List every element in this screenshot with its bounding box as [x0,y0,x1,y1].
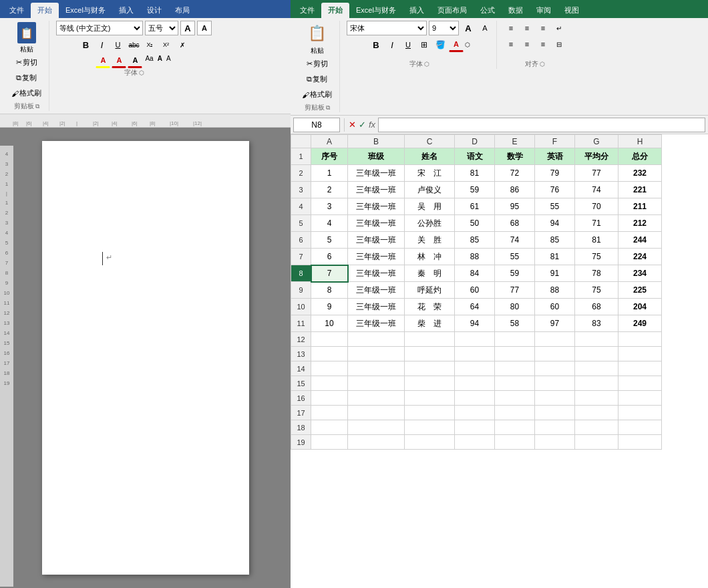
word-italic-button[interactable]: I [95,37,110,52]
excel-underline-button[interactable]: U [401,37,415,52]
cell-F8[interactable]: 91 [535,265,575,282]
cell-B9[interactable]: 三年级一班 [348,282,405,299]
cell-D8[interactable]: 84 [455,265,495,282]
col-header-F[interactable]: F [535,135,575,148]
word-bold-button[interactable]: B [79,37,94,52]
cell-B7[interactable]: 三年级一班 [348,249,405,265]
cell-B10[interactable]: 三年级一班 [348,299,405,315]
excel-fill-button[interactable]: 🪣 [433,37,448,52]
cell-B11[interactable]: 三年级一班 [348,315,405,332]
excel-font-name-select[interactable]: 宋体 [347,21,427,35]
col-header-G[interactable]: G [575,135,618,148]
cell-D11[interactable]: 94 [455,315,495,332]
cell-H3[interactable]: 221 [618,182,662,198]
word-font-size-select[interactable]: 五号 [145,21,178,35]
excel-tab-formula[interactable]: 公式 [474,3,502,18]
cell-D5[interactable]: 50 [455,215,495,232]
excel-clipboard-expand-icon[interactable]: ⧉ [326,104,330,112]
spreadsheet-container[interactable]: A B C D E F G H 1 序号 班级 姓名 语文 [291,134,708,588]
cell-F11[interactable]: 97 [535,315,575,332]
cell-A10[interactable]: 9 [311,299,348,315]
excel-paste-button[interactable]: 📋 粘贴 [303,21,331,57]
cell-F5[interactable]: 94 [535,215,575,232]
cell-G4[interactable]: 70 [575,198,618,215]
excel-bold-button[interactable]: B [369,37,383,52]
cell-F9[interactable]: 88 [535,282,575,299]
cell-D1[interactable]: 语文 [455,148,495,165]
word-font-grow-button[interactable]: A [180,21,195,35]
cell-C9[interactable]: 呼延灼 [405,282,455,299]
excel-align-right-button[interactable]: ≡ [536,37,550,51]
cell-E7[interactable]: 55 [495,249,535,265]
cell-B5[interactable]: 三年级一班 [348,215,405,232]
cell-F6[interactable]: 85 [535,232,575,249]
word-page[interactable]: ↵ [42,141,249,575]
cell-H8[interactable]: 234 [618,265,662,282]
word-tab-insert[interactable]: 插入 [112,3,140,18]
word-font-color-button2[interactable]: A [128,53,142,68]
word-subscript-button[interactable]: X₂ [143,37,158,52]
cell-A3[interactable]: 2 [311,182,348,198]
cell-F3[interactable]: 76 [535,182,575,198]
cell-E5[interactable]: 68 [495,215,535,232]
word-clear-format-button[interactable]: ✗ [175,37,190,52]
cell-H4[interactable]: 211 [618,198,662,215]
cell-A5[interactable]: 4 [311,215,348,232]
cell-A7[interactable]: 6 [311,249,348,265]
excel-align-middle-button[interactable]: ≡ [520,21,534,35]
cell-E3[interactable]: 86 [495,182,535,198]
cell-G10[interactable]: 68 [575,299,618,315]
cell-B6[interactable]: 三年级一班 [348,232,405,249]
word-tab-file[interactable]: 文件 [3,3,31,18]
cell-A4[interactable]: 3 [311,198,348,215]
excel-text-color-button[interactable]: A [449,37,464,52]
excel-tab-data[interactable]: 数据 [502,3,530,18]
word-font-shrink-button[interactable]: A [197,21,212,35]
cell-A9[interactable]: 8 [311,282,348,299]
word-tab-design[interactable]: 设计 [140,3,168,18]
col-header-C[interactable]: C [405,135,455,148]
excel-format-painter-button[interactable]: 🖌 格式刷 [299,88,335,102]
word-strikethrough-button[interactable]: abc [127,37,142,52]
col-header-D[interactable]: D [455,135,495,148]
excel-tab-excelfin[interactable]: Excel与财务 [349,3,403,18]
cell-G3[interactable]: 74 [575,182,618,198]
cell-B1[interactable]: 班级 [348,148,405,165]
cell-A1[interactable]: 序号 [311,148,348,165]
cell-D2[interactable]: 81 [455,165,495,182]
word-tab-layout[interactable]: 布局 [168,3,196,18]
word-paste-button[interactable]: 📋 粘贴 [13,21,40,55]
cell-F10[interactable]: 60 [535,299,575,315]
excel-font-grow-button[interactable]: A [461,21,476,35]
cell-C3[interactable]: 卢俊义 [405,182,455,198]
word-font-expand-icon[interactable]: ⬡ [139,69,144,76]
cell-B2[interactable]: 三年级一班 [348,165,405,182]
cell-C11[interactable]: 柴 进 [405,315,455,332]
word-tab-excel[interactable]: Excel与财务 [59,3,112,18]
cell-A2[interactable]: 1 [311,165,348,182]
excel-merge-button[interactable]: ⊟ [552,37,566,51]
cell-D4[interactable]: 61 [455,198,495,215]
excel-cut-button[interactable]: ✂ 剪切 [303,57,331,71]
word-cut-button[interactable]: ✂ 剪切 [13,55,41,69]
cell-F7[interactable]: 81 [535,249,575,265]
word-format-painter-button[interactable]: 🖌 格式刷 [8,86,45,100]
excel-font-shrink-button[interactable]: A [478,21,492,35]
cell-H2[interactable]: 232 [618,165,662,182]
cell-G7[interactable]: 75 [575,249,618,265]
col-header-E[interactable]: E [495,135,535,148]
cell-G5[interactable]: 71 [575,215,618,232]
cell-G9[interactable]: 75 [575,282,618,299]
word-tab-home[interactable]: 开始 [31,3,59,18]
cell-C10[interactable]: 花 荣 [405,299,455,315]
cell-A6[interactable]: 5 [311,232,348,249]
cell-G1[interactable]: 平均分 [575,148,618,165]
word-highlight-button[interactable]: A [96,53,110,68]
cell-A8[interactable]: 7 [311,265,348,282]
cell-C1[interactable]: 姓名 [405,148,455,165]
cell-H10[interactable]: 204 [618,299,662,315]
excel-align-bottom-button[interactable]: ≡ [536,21,550,35]
cell-D6[interactable]: 85 [455,232,495,249]
word-copy-button[interactable]: ⧉ 复制 [13,71,40,85]
cell-C4[interactable]: 吴 用 [405,198,455,215]
